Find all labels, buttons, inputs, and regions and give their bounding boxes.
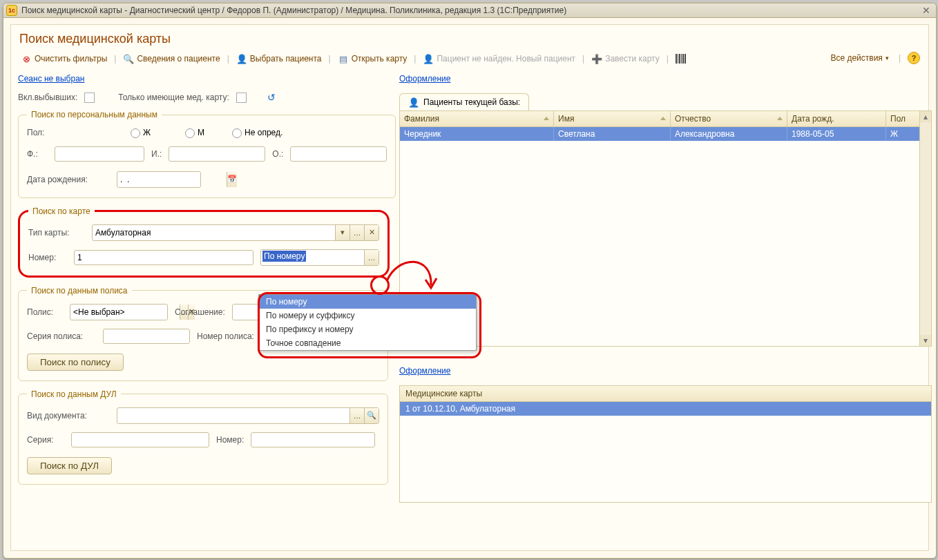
patient-not-found-label: Пациент не найден. Новый пациент <box>437 54 575 64</box>
o-label: О.: <box>272 149 283 159</box>
sogl-label: Соглашение: <box>175 307 225 317</box>
dul-legend: Поиск по данным ДУЛ <box>27 389 121 399</box>
dropdown-option[interactable]: По номеру <box>259 295 476 309</box>
card-num-label: Номер: <box>28 253 67 262</box>
dob-input[interactable]: 📅 <box>117 171 201 188</box>
card-icon: ▤ <box>338 53 349 64</box>
dob-value[interactable] <box>117 172 227 187</box>
search-mode-value: По номеру <box>261 250 364 265</box>
magnifier-icon[interactable]: 🔍 <box>364 408 379 423</box>
dul-number-label: Номер: <box>216 435 244 445</box>
search-by-dul-button[interactable]: Поиск по ДУЛ <box>27 457 112 474</box>
vkl-checkbox[interactable] <box>84 93 95 103</box>
barcode-button[interactable] <box>673 52 689 65</box>
card-legend: Поиск по карте <box>28 206 95 216</box>
grid-header: Фамилия Имя Отчество Дата рожд. Пол <box>400 111 931 127</box>
dropdown-option[interactable]: По номеру и суффиксу <box>259 309 476 322</box>
col-name[interactable]: Имя <box>554 111 671 126</box>
pol-label: Пол: <box>27 128 55 137</box>
chevron-down-icon[interactable]: ▾ <box>335 225 350 240</box>
window-title: Поиск медицинской карты - Диагностически… <box>21 6 566 15</box>
oformlenie-link-top[interactable]: Оформление <box>399 70 932 90</box>
help-icon[interactable]: ? <box>908 52 920 64</box>
patient-not-found-button[interactable]: 👤 Пациент не найден. Новый пациент <box>420 52 578 66</box>
patient-info-label: Сведения о пациенте <box>137 54 220 64</box>
calendar-icon[interactable]: 📅 <box>227 172 237 187</box>
doc-type-combo[interactable]: … 🔍 <box>117 407 379 424</box>
search-mode-combo[interactable]: По номеру … <box>260 249 379 266</box>
col-patronymic[interactable]: Отчество <box>671 111 787 126</box>
card-search-fieldset: Поиск по карте Тип карты: ▾ … ✕ Номер: <box>18 206 390 278</box>
page-title: Поиск медицинской карты <box>11 25 928 50</box>
session-link[interactable]: Сеанс не выбран <box>18 70 388 90</box>
cancel-icon: ⊗ <box>21 53 32 64</box>
col-dob[interactable]: Дата рожд. <box>787 111 886 126</box>
cell-dob: 1988-05-05 <box>787 127 886 141</box>
dropdown-option[interactable]: По префиксу и номеру <box>259 322 476 336</box>
cards-header: Медицинские карты <box>400 386 931 402</box>
only-has-checkbox[interactable] <box>236 93 247 103</box>
personal-legend: Поиск по персональным данным <box>27 110 162 119</box>
onec-icon: 1c <box>6 5 17 16</box>
title-bar: 1c Поиск медицинской карты - Диагностиче… <box>3 3 936 18</box>
surname-input[interactable] <box>55 146 144 162</box>
policy-legend: Поиск по данным полиса <box>27 286 132 296</box>
i-label: И.: <box>151 149 162 159</box>
policy-number-label: Номер полиса: <box>197 331 254 341</box>
refresh-icon[interactable]: ↺ <box>267 92 276 103</box>
person-gray-icon: 👤 <box>423 53 434 64</box>
search-mode-dropdown[interactable]: По номеру По номеру и суффиксу По префик… <box>258 294 477 351</box>
policy-series-input[interactable] <box>103 329 190 344</box>
doc-type-label: Вид документа: <box>27 411 110 421</box>
policy-series-label: Серия полиса: <box>27 331 96 341</box>
open-card-button[interactable]: ▤ Открыть карту <box>335 52 410 66</box>
all-actions-label: Все действия <box>830 53 882 63</box>
toolbar: ⊗ Очистить фильтры | 🔍 Сведения о пациен… <box>11 50 928 70</box>
ellipsis-icon[interactable]: … <box>350 408 364 423</box>
close-icon[interactable]: ✕ <box>921 5 932 16</box>
person-icon: 👤 <box>408 97 419 108</box>
ellipsis-icon[interactable]: … <box>350 225 364 240</box>
select-patient-button[interactable]: 👤 Выбрать пациента <box>233 52 325 66</box>
card-type-combo[interactable]: ▾ … ✕ <box>92 224 379 241</box>
polis-label: Полис: <box>27 307 63 317</box>
select-patient-label: Выбрать пациента <box>250 54 322 64</box>
dob-label: Дата рождения: <box>27 175 110 184</box>
cell-patronymic: Александровна <box>671 127 787 141</box>
patient-info-button[interactable]: 🔍 Сведения о пациенте <box>120 52 222 66</box>
card-type-label: Тип карты: <box>28 228 85 238</box>
f-label: Ф.: <box>27 149 48 159</box>
patients-grid[interactable]: Фамилия Имя Отчество Дата рожд. Пол Чере… <box>399 110 932 347</box>
scroll-down-icon[interactable]: ▾ <box>920 335 931 346</box>
scrollbar[interactable]: ▴ ▾ <box>919 111 931 346</box>
clear-filters-button[interactable]: ⊗ Очистить фильтры <box>18 52 110 66</box>
all-actions-button[interactable]: Все действия ▾ <box>827 52 891 64</box>
dul-series-input[interactable] <box>71 432 209 447</box>
patronymic-input[interactable] <box>290 146 387 162</box>
list-item[interactable]: 1 от 10.12.10, Амбулаторная <box>400 402 931 416</box>
cards-list[interactable]: Медицинские карты 1 от 10.12.10, Амбулат… <box>399 385 932 503</box>
dropdown-option[interactable]: Точное совпадение <box>259 336 476 350</box>
pol-neop-radio[interactable]: Не опред. <box>232 128 283 138</box>
card-num-input[interactable] <box>74 250 253 265</box>
new-card-button[interactable]: ➕ Завести карту <box>588 52 662 66</box>
ellipsis-icon[interactable]: … <box>364 250 379 265</box>
only-has-label: Только имеющие мед. карту: <box>118 93 229 102</box>
polis-combo[interactable]: … ✕ <box>70 304 168 320</box>
pol-zh-radio[interactable]: Ж <box>131 128 151 138</box>
tab-current-patients[interactable]: 👤 Пациенты текущей базы: <box>399 93 529 110</box>
name-input[interactable] <box>169 146 265 162</box>
pol-m-radio[interactable]: М <box>185 128 204 138</box>
personal-fieldset: Поиск по персональным данным Пол: Ж М Не… <box>18 110 396 198</box>
cell-surname: Чередник <box>400 127 554 141</box>
col-surname[interactable]: Фамилия <box>400 111 554 126</box>
dul-number-input[interactable] <box>251 432 375 447</box>
card-type-value[interactable] <box>93 225 335 240</box>
search-by-policy-button[interactable]: Поиск по полису <box>27 354 124 371</box>
scroll-up-icon[interactable]: ▴ <box>920 111 931 122</box>
polis-value[interactable] <box>70 305 180 320</box>
magnifier-icon: 🔍 <box>123 53 134 64</box>
oformlenie-link-bottom[interactable]: Оформление <box>399 362 932 383</box>
clear-icon[interactable]: ✕ <box>364 225 379 240</box>
table-row[interactable]: Чередник Светлана Александровна 1988-05-… <box>400 127 931 141</box>
